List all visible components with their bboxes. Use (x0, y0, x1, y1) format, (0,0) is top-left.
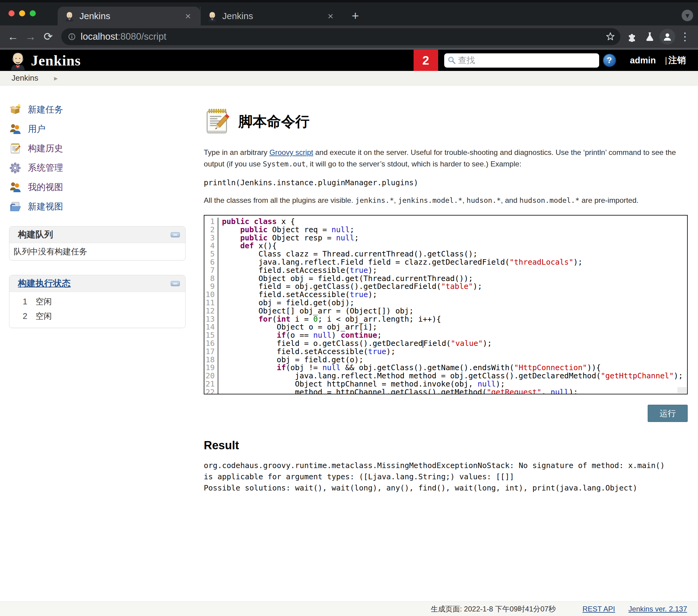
sidebar-item-new-job[interactable]: 新建任务 (9, 100, 185, 120)
script-textarea[interactable]: 1public class x {2 public Object req = n… (204, 215, 688, 394)
jenkins-brand[interactable]: Jenkins (31, 52, 81, 69)
address-bar[interactable]: localhost :8080/script (61, 28, 620, 45)
build-executor-panel: 构建执行状态 1 空闲 2 空闲 (9, 275, 185, 328)
result-title: Result (204, 439, 688, 452)
script-console-notepad-icon (204, 107, 230, 136)
sidebar-item-build-history[interactable]: 构建历史 (9, 139, 185, 158)
line-number: 18 (204, 356, 218, 364)
line-number: 22 (204, 388, 218, 394)
profile-avatar[interactable] (659, 28, 676, 45)
example-code: println(Jenkins.instance.pluginManager.p… (204, 178, 688, 187)
textarea-resize-handle[interactable] (678, 387, 686, 393)
sidebar-item-manage-jenkins[interactable]: 系统管理 (9, 158, 185, 178)
code-line: 20 java.lang.reflect.Method method = obj… (204, 372, 687, 380)
traffic-lights (9, 10, 36, 16)
tab-title: Jenkins (222, 11, 325, 21)
code-line: 19 if(obj != null && obj.getClass().getN… (204, 364, 687, 372)
breadcrumb-arrow-icon[interactable]: ▸ (54, 74, 58, 82)
browser-menu-icon[interactable]: ⋮ (676, 28, 694, 45)
line-number: 10 (204, 291, 218, 299)
tab-jenkins-active[interactable]: Jenkins × (58, 7, 200, 26)
run-button[interactable]: 运行 (648, 405, 688, 422)
new-view-icon (9, 201, 21, 213)
sidebar-item-new-view[interactable]: 新建视图 (9, 197, 185, 216)
groovy-script-link[interactable]: Groovy script (269, 148, 313, 156)
code-line: 2 public Object req = null; (204, 226, 687, 234)
build-executor-title-link[interactable]: 构建执行状态 (18, 277, 71, 290)
line-number: 1 (204, 218, 218, 226)
user-link-admin[interactable]: admin (630, 55, 656, 66)
url-path: :8080/script (118, 31, 166, 42)
code-line: 8 Object obj = field.get(Thread.currentT… (204, 275, 687, 283)
minimize-window-button[interactable] (19, 10, 25, 16)
breadcrumb-jenkins[interactable]: Jenkins (12, 73, 38, 83)
executor-row: 2 空闲 (10, 309, 185, 323)
line-number: 14 (204, 323, 218, 331)
jenkins-version-link[interactable]: Jenkins ver. 2.137 (629, 605, 687, 613)
tab-strip: Jenkins × Jenkins × + ▾ (0, 2, 698, 26)
tab-jenkins-inactive[interactable]: Jenkins × (200, 7, 343, 26)
search-help-icon[interactable]: ? (603, 54, 616, 67)
close-icon[interactable]: × (325, 11, 336, 22)
code-line: 17 field.setAccessible(true); (204, 348, 687, 356)
window-top-edge (0, 0, 698, 2)
users-icon (9, 123, 21, 135)
collapse-icon[interactable] (171, 281, 180, 286)
sidebar-item-users[interactable]: 用户 (9, 120, 185, 139)
rest-api-link[interactable]: REST API (583, 605, 615, 613)
line-number: 8 (204, 275, 218, 283)
reload-icon[interactable]: ⟳ (39, 28, 57, 45)
build-queue-title: 构建队列 (18, 228, 53, 241)
logout-link[interactable]: | 注销 (665, 54, 686, 66)
code-line: 5 Class clazz = Thread.currentThread().g… (204, 250, 687, 258)
zoom-window-button[interactable] (30, 10, 36, 16)
build-history-icon (9, 142, 21, 155)
jenkins-favicon (207, 11, 218, 22)
browser-toolbar: ← → ⟳ localhost :8080/script ⋮ (0, 26, 698, 48)
new-tab-button[interactable]: + (347, 7, 364, 24)
code-line: 13 for(int i = 0; i < obj_arr.length; i+… (204, 315, 687, 323)
preimport-note: All the classes from all the plugins are… (204, 196, 688, 205)
back-icon[interactable]: ← (4, 28, 22, 45)
tab-title: Jenkins (80, 11, 183, 21)
jenkins-header: Jenkins 2 ? admin | 注销 (0, 50, 698, 71)
site-info-icon[interactable] (67, 32, 76, 41)
close-window-button[interactable] (9, 10, 15, 16)
search-box[interactable] (444, 53, 599, 68)
line-number: 11 (204, 299, 218, 307)
sidebar-item-my-views[interactable]: 我的视图 (9, 178, 185, 197)
code-line: 14 Object o = obj_arr[i]; (204, 323, 687, 331)
line-number: 4 (204, 242, 218, 250)
code-line: 10 field.setAccessible(true); (204, 291, 687, 299)
tab-search-chevron-icon[interactable]: ▾ (682, 10, 693, 21)
forward-icon[interactable]: → (22, 28, 39, 45)
line-number: 7 (204, 266, 218, 275)
code-line: 15 if(o == null) continue; (204, 331, 687, 339)
line-number: 17 (204, 348, 218, 356)
collapse-icon[interactable] (171, 232, 180, 237)
jenkins-logo[interactable] (9, 50, 27, 70)
line-number: 15 (204, 331, 218, 339)
code-line: 16 field = o.getClass().getDeclaredField… (204, 339, 687, 348)
intro-paragraph: Type in an arbitrary Groovy script and e… (204, 147, 688, 170)
line-number: 5 (204, 250, 218, 258)
experiments-flask-icon[interactable] (641, 28, 659, 45)
extensions-puzzle-icon[interactable] (624, 28, 641, 45)
line-number: 12 (204, 307, 218, 315)
executor-row: 1 空闲 (10, 294, 185, 309)
code-line: 9 field = obj.getClass().getDeclaredFiel… (204, 282, 687, 291)
line-number: 16 (204, 339, 218, 348)
line-number: 20 (204, 372, 218, 380)
result-output: org.codehaus.groovy.runtime.metaclass.Mi… (204, 460, 688, 493)
bookmark-star-icon[interactable] (605, 31, 615, 42)
security-alert-badge[interactable]: 2 (414, 50, 438, 71)
code-line: 22 method = httpChannel.getClass().getMe… (204, 388, 687, 394)
code-line: 3 public Object resp = null; (204, 234, 687, 242)
close-icon[interactable]: × (183, 11, 193, 22)
search-input[interactable] (458, 55, 596, 65)
breadcrumb: Jenkins ▸ (0, 71, 698, 85)
code-line: 18 obj = field.get(o); (204, 356, 687, 364)
code-line: 7 field.setAccessible(true); (204, 266, 687, 275)
line-number: 9 (204, 282, 218, 291)
line-number: 6 (204, 258, 218, 266)
